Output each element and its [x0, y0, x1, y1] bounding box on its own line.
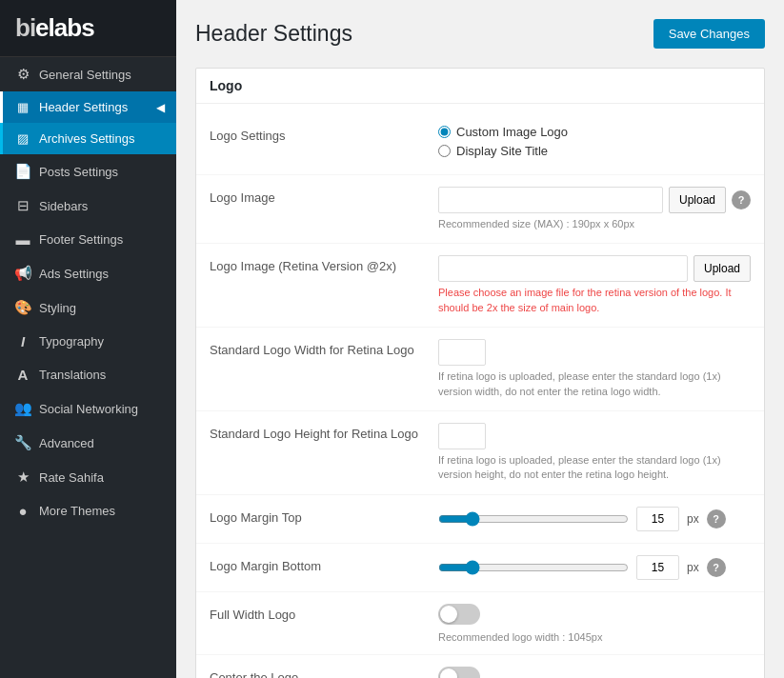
sidebar-item-sidebars[interactable]: ⊟ Sidebars — [0, 189, 176, 223]
standard-logo-height-control: If retina logo is uploaded, please enter… — [438, 423, 751, 483]
logo-margin-top-help-icon[interactable]: ? — [707, 509, 726, 528]
rate-icon: ★ — [14, 469, 31, 486]
logo-margin-top-control: px ? — [438, 507, 751, 531]
custom-image-logo-radio[interactable] — [438, 126, 451, 138]
standard-logo-width-input[interactable] — [438, 339, 486, 366]
styling-icon: 🎨 — [14, 299, 31, 316]
footer-icon: ▬ — [14, 231, 31, 248]
logo-image-retina-hint: Please choose an image file for the reti… — [438, 286, 751, 315]
main-content: Header Settings Save Changes Logo Logo S… — [176, 0, 784, 678]
standard-logo-width-row: Standard Logo Width for Retina Logo If r… — [196, 328, 764, 411]
logo-image-control: Upload ? Recommended size (MAX) : 190px … — [438, 187, 751, 231]
sidebar-item-posts-settings[interactable]: 📄 Posts Settings — [0, 154, 176, 189]
logo-margin-top-slider-group: px ? — [438, 507, 751, 531]
sidebar-item-ads-settings[interactable]: 📢 Ads Settings — [0, 256, 176, 290]
logo-image-retina-label: Logo Image (Retina Version @2x) — [210, 255, 429, 273]
sidebar: bielabs ⚙ General Settings ▦ Header Sett… — [0, 0, 176, 678]
sidebar-item-more-themes[interactable]: ● More Themes — [0, 494, 176, 528]
posts-icon: 📄 — [14, 163, 31, 180]
logo-margin-bottom-slider-group: px ? — [438, 555, 751, 580]
sidebar-item-rate-sahifa[interactable]: ★ Rate Sahifa — [0, 460, 176, 494]
sidebar-logo: bielabs — [0, 0, 176, 57]
logo-image-hint: Recommended size (MAX) : 190px x 60px — [438, 217, 751, 231]
logo-margin-bottom-slider[interactable] — [438, 560, 629, 575]
save-button[interactable]: Save Changes — [653, 19, 765, 49]
standard-logo-width-control: If retina logo is uploaded, please enter… — [438, 339, 751, 399]
sidebar-arrow-icon: ◀ — [156, 101, 165, 114]
translations-icon: A — [14, 367, 31, 383]
full-width-logo-row: Full Width Logo Recommended logo width :… — [196, 592, 764, 655]
display-site-title-label: Display Site Title — [456, 144, 548, 158]
center-logo-toggle[interactable] — [438, 667, 480, 678]
standard-logo-height-row: Standard Logo Height for Retina Logo If … — [196, 411, 764, 495]
logo-margin-bottom-label: Logo Margin Bottom — [210, 555, 429, 573]
display-site-title-option[interactable]: Display Site Title — [438, 144, 751, 158]
logo-margin-bottom-value[interactable] — [636, 555, 679, 580]
custom-image-logo-option[interactable]: Custom Image Logo — [438, 125, 751, 139]
logo-settings-control: Custom Image Logo Display Site Title — [438, 125, 751, 163]
full-width-logo-label: Full Width Logo — [210, 604, 429, 622]
full-width-logo-toggle[interactable] — [438, 604, 480, 625]
logo-image-retina-row: Logo Image (Retina Version @2x) Upload P… — [196, 244, 764, 328]
themes-icon: ● — [14, 503, 31, 519]
full-width-logo-control: Recommended logo width : 1045px — [438, 604, 751, 643]
center-logo-row: Center the Logo — [196, 655, 764, 678]
sidebar-item-general-settings[interactable]: ⚙ General Settings — [0, 57, 176, 91]
logo-margin-bottom-control: px ? — [438, 555, 751, 580]
standard-logo-width-hint: If retina logo is uploaded, please enter… — [438, 369, 751, 399]
logo-panel-title: Logo — [196, 69, 764, 104]
full-width-logo-note: Recommended logo width : 1045px — [438, 631, 751, 643]
standard-logo-height-hint: If retina logo is uploaded, please enter… — [438, 453, 751, 483]
logo-margin-bottom-unit: px — [687, 561, 699, 574]
logo-image-help-icon[interactable]: ? — [732, 190, 751, 209]
sidebar-item-social-networking[interactable]: 👥 Social Networking — [0, 391, 176, 426]
custom-image-logo-label: Custom Image Logo — [456, 125, 568, 139]
ads-icon: 📢 — [14, 265, 31, 282]
logo-panel: Logo Logo Settings Custom Image Logo Dis… — [195, 68, 765, 678]
sidebar-item-footer-settings[interactable]: ▬ Footer Settings — [0, 223, 176, 256]
center-logo-label: Center the Logo — [210, 667, 429, 678]
logo-image-upload-button[interactable]: Upload — [669, 187, 726, 213]
sidebar-item-archives-settings[interactable]: ▨ Archives Settings — [0, 123, 176, 154]
logo-margin-top-unit: px — [687, 512, 699, 526]
logo-image-row: Logo Image Upload ? Recommended size (MA… — [196, 175, 764, 244]
standard-logo-width-label: Standard Logo Width for Retina Logo — [210, 339, 429, 357]
sidebars-icon: ⊟ — [14, 197, 31, 214]
center-logo-control — [438, 667, 751, 678]
logo-margin-top-slider[interactable] — [438, 511, 629, 527]
logo-margin-top-label: Logo Margin Top — [210, 507, 429, 525]
sidebar-item-styling[interactable]: 🎨 Styling — [0, 290, 176, 325]
logo-image-retina-upload-group: Upload — [438, 255, 751, 282]
sidebar-item-header-settings[interactable]: ▦ Header Settings ◀ — [0, 91, 176, 123]
standard-logo-height-label: Standard Logo Height for Retina Logo — [210, 423, 429, 441]
logo-settings-label: Logo Settings — [210, 125, 429, 143]
archives-icon: ▨ — [14, 131, 31, 146]
logo-settings-row: Logo Settings Custom Image Logo Display … — [196, 113, 764, 175]
page-title: Header Settings — [195, 21, 352, 47]
logo-image-retina-input[interactable] — [438, 255, 688, 282]
full-width-logo-thumb — [440, 606, 457, 623]
logo-image-retina-control: Upload Please choose an image file for t… — [438, 255, 751, 315]
standard-logo-height-input[interactable] — [438, 423, 486, 449]
settings-icon: ⚙ — [14, 66, 31, 83]
logo-image-label: Logo Image — [210, 187, 429, 205]
sidebar-item-typography[interactable]: I Typography — [0, 325, 176, 358]
sidebar-item-advanced[interactable]: 🔧 Advanced — [0, 426, 176, 460]
logo-image-retina-upload-button[interactable]: Upload — [694, 255, 751, 282]
logo-margin-top-row: Logo Margin Top px ? — [196, 495, 764, 544]
logo-margin-bottom-row: Logo Margin Bottom px ? — [196, 544, 764, 592]
header-icon: ▦ — [14, 100, 31, 114]
logo-image-input[interactable] — [438, 187, 663, 213]
display-site-title-radio[interactable] — [438, 145, 451, 157]
advanced-icon: 🔧 — [14, 434, 31, 451]
logo-margin-bottom-help-icon[interactable]: ? — [707, 558, 726, 577]
logo-margin-top-value[interactable] — [636, 507, 679, 531]
page-header: Header Settings Save Changes — [195, 19, 765, 49]
logo-image-upload-group: Upload ? — [438, 187, 751, 213]
social-icon: 👥 — [14, 400, 31, 417]
sidebar-item-translations[interactable]: A Translations — [0, 358, 176, 391]
typography-icon: I — [14, 333, 31, 349]
logo-panel-body: Logo Settings Custom Image Logo Display … — [196, 104, 764, 678]
